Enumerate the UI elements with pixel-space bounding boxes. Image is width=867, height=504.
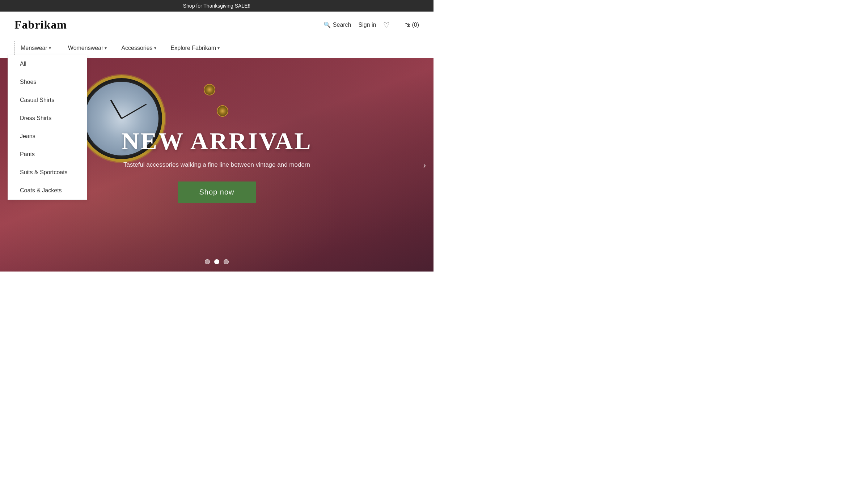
accessories-chevron-icon: ▾ (154, 46, 156, 51)
carousel-next-button[interactable]: › (423, 159, 426, 171)
nav-item-accessories[interactable]: Accessories ▾ (114, 38, 163, 58)
search-button[interactable]: 🔍 Search (323, 21, 351, 28)
nav-item-menswear[interactable]: Menswear ▾ All Shoes Casual Shirts Dress… (14, 41, 57, 55)
dropdown-item-casual-shirts[interactable]: Casual Shirts (8, 91, 87, 109)
carousel-dots (205, 259, 229, 264)
search-icon: 🔍 (323, 21, 331, 28)
carousel-dot-3[interactable] (224, 259, 229, 264)
cart-button[interactable]: 🛍 (0) (405, 22, 419, 28)
menswear-label: Menswear (21, 45, 47, 51)
explore-label: Explore Fabrikam (171, 45, 216, 51)
hero-title: NEW ARRIVAL (121, 127, 312, 155)
womenswear-chevron-icon: ▾ (105, 46, 107, 51)
dropdown-item-jeans[interactable]: Jeans (8, 127, 87, 145)
explore-chevron-icon: ▾ (217, 46, 220, 51)
carousel-dot-1[interactable] (205, 259, 210, 264)
header-divider (397, 21, 397, 29)
accessories-label: Accessories (121, 45, 152, 51)
cart-icon: 🛍 (405, 22, 410, 28)
main-nav: Menswear ▾ All Shoes Casual Shirts Dress… (0, 38, 434, 58)
watch-minute-hand (121, 104, 147, 119)
banner-text: Shop for Thanksgiving SALE!! (183, 3, 251, 9)
shop-now-button[interactable]: Shop now (178, 181, 256, 203)
suit-button-2 (217, 105, 228, 117)
dropdown-item-all[interactable]: All (8, 55, 87, 73)
hero-content: NEW ARRIVAL Tasteful accessories walking… (121, 127, 312, 203)
watch-hour-hand (110, 99, 122, 119)
dropdown-item-shoes[interactable]: Shoes (8, 73, 87, 91)
dropdown-item-pants[interactable]: Pants (8, 145, 87, 163)
header-right: 🔍 Search Sign in ♡ 🛍 (0) (323, 21, 419, 29)
top-banner: Shop for Thanksgiving SALE!! (0, 0, 434, 12)
hero-subtitle: Tasteful accessories walking a fine line… (121, 161, 312, 168)
cart-count: (0) (412, 22, 419, 28)
wishlist-button[interactable]: ♡ (383, 21, 390, 29)
logo[interactable]: Fabrikam (14, 18, 67, 31)
dropdown-item-suits[interactable]: Suits & Sportcoats (8, 163, 87, 181)
search-label: Search (333, 22, 351, 28)
dropdown-item-dress-shirts[interactable]: Dress Shirts (8, 109, 87, 127)
header: Fabrikam 🔍 Search Sign in ♡ 🛍 (0) (0, 12, 434, 38)
menswear-dropdown: All Shoes Casual Shirts Dress Shirts Jea… (8, 55, 87, 200)
dropdown-item-coats[interactable]: Coats & Jackets (8, 181, 87, 200)
menswear-chevron-icon: ▾ (49, 46, 51, 51)
carousel-dot-2[interactable] (214, 259, 219, 264)
suit-button-1 (204, 84, 215, 95)
nav-item-explore[interactable]: Explore Fabrikam ▾ (164, 38, 227, 58)
signin-button[interactable]: Sign in (359, 22, 376, 28)
womenswear-label: Womenswear (68, 45, 103, 51)
